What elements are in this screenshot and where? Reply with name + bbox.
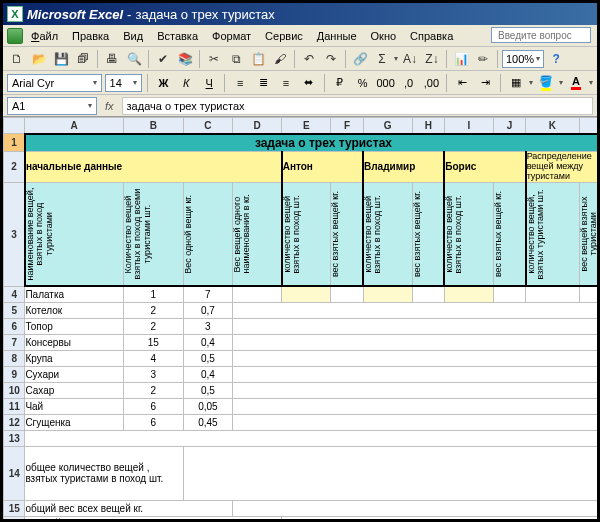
- dec-indent-icon[interactable]: ⇤: [452, 73, 472, 93]
- sheet-title[interactable]: задача о трех туристах: [25, 134, 597, 152]
- currency-icon[interactable]: ₽: [330, 73, 350, 93]
- workbook-icon[interactable]: [7, 28, 23, 44]
- col-K[interactable]: K: [526, 118, 580, 134]
- formula-value[interactable]: задача о трех туристах: [122, 97, 593, 115]
- dec-decimal-icon[interactable]: ,00: [422, 73, 442, 93]
- row-1[interactable]: 1 задача о трех туристах: [4, 134, 598, 152]
- bold-icon[interactable]: Ж: [153, 73, 173, 93]
- worksheet-grid[interactable]: A B C D E F G H I J K L 1 задача о трех …: [3, 117, 597, 519]
- font-color-icon[interactable]: A: [566, 73, 586, 93]
- spell-icon[interactable]: ✔: [153, 49, 173, 69]
- menu-insert[interactable]: Вставка: [151, 28, 204, 44]
- hdr-initial[interactable]: начальные данные: [25, 152, 282, 183]
- sort-asc-icon[interactable]: A↓: [400, 49, 420, 69]
- paste-icon[interactable]: 📋: [248, 49, 268, 69]
- col-J[interactable]: J: [494, 118, 526, 134]
- menu-tools[interactable]: Сервис: [259, 28, 309, 44]
- preview-icon[interactable]: 🔍: [124, 49, 144, 69]
- row-9[interactable]: 9 Сухари 3 0,4: [4, 366, 598, 382]
- menu-window[interactable]: Окно: [365, 28, 403, 44]
- col-H[interactable]: H: [412, 118, 444, 134]
- inc-indent-icon[interactable]: ⇥: [475, 73, 495, 93]
- col-G[interactable]: G: [363, 118, 412, 134]
- row-12[interactable]: 12 Сгущенка 6 0,45: [4, 414, 598, 430]
- row-11[interactable]: 11 Чай 6 0,05: [4, 398, 598, 414]
- row-8[interactable]: 8 Крупа 4 0,5: [4, 350, 598, 366]
- autosum-icon[interactable]: Σ: [372, 49, 392, 69]
- vh-b-qty[interactable]: количество вещей взятых в поход шт.: [445, 183, 493, 286]
- row-7[interactable]: 7 Консервы 15 0,4: [4, 334, 598, 350]
- help-icon[interactable]: ?: [546, 49, 566, 69]
- format-painter-icon[interactable]: 🖌: [270, 49, 290, 69]
- redo-icon[interactable]: ↷: [321, 49, 341, 69]
- row-2[interactable]: 2 начальные данные Антон Владимир Борис …: [4, 152, 598, 183]
- save-icon[interactable]: 💾: [51, 49, 71, 69]
- col-E[interactable]: E: [282, 118, 331, 134]
- col-B[interactable]: B: [123, 118, 183, 134]
- col-F[interactable]: F: [331, 118, 363, 134]
- hdr-dist[interactable]: Распределение вещей между туристами: [526, 152, 597, 183]
- row-10[interactable]: 10 Сахар 2 0,5: [4, 382, 598, 398]
- vh-w-name[interactable]: Вес вещей одного наименования в кг.: [233, 183, 281, 286]
- font-name-combo[interactable]: Arial Cyr▾: [7, 74, 102, 92]
- name-box[interactable]: A1▾: [7, 97, 97, 115]
- align-left-icon[interactable]: ≡: [230, 73, 250, 93]
- merge-center-icon[interactable]: ⬌: [299, 73, 319, 93]
- permission-icon[interactable]: 🗊: [73, 49, 93, 69]
- copy-icon[interactable]: ⧉: [226, 49, 246, 69]
- vh-v-qty[interactable]: количество вещей взятых в поход шт.: [364, 183, 412, 286]
- hdr-boris[interactable]: Борис: [444, 152, 525, 183]
- inc-decimal-icon[interactable]: ,0: [399, 73, 419, 93]
- chart-icon[interactable]: 📊: [451, 49, 471, 69]
- select-all[interactable]: [4, 118, 25, 134]
- hyperlink-icon[interactable]: 🔗: [350, 49, 370, 69]
- cut-icon[interactable]: ✂: [204, 49, 224, 69]
- row-14[interactable]: 14 общее количество вещей , взятых турис…: [4, 446, 598, 500]
- row-13[interactable]: 13: [4, 430, 598, 446]
- hdr-anton[interactable]: Антон: [282, 152, 363, 183]
- col-L[interactable]: L: [579, 118, 597, 134]
- menu-file[interactable]: Файл: [25, 28, 64, 44]
- underline-icon[interactable]: Ч: [199, 73, 219, 93]
- col-I[interactable]: I: [444, 118, 493, 134]
- hdr-vlad[interactable]: Владимир: [363, 152, 444, 183]
- col-A[interactable]: A: [25, 118, 123, 134]
- vh-w-one[interactable]: Вес одной вещи кг.: [184, 193, 232, 276]
- menu-format[interactable]: Формат: [206, 28, 257, 44]
- borders-icon[interactable]: ▦: [506, 73, 526, 93]
- undo-icon[interactable]: ↶: [299, 49, 319, 69]
- print-icon[interactable]: 🖶: [102, 49, 122, 69]
- row-16[interactable]: 16 каждый турист должен нести вес в свое…: [4, 516, 598, 519]
- vh-b-w[interactable]: вес взятых вещей кг.: [494, 189, 525, 279]
- menu-help[interactable]: Справка: [404, 28, 459, 44]
- fx-icon[interactable]: fx: [101, 100, 118, 112]
- col-C[interactable]: C: [183, 118, 232, 134]
- sort-desc-icon[interactable]: Z↓: [422, 49, 442, 69]
- percent-icon[interactable]: %: [353, 73, 373, 93]
- menu-data[interactable]: Данные: [311, 28, 363, 44]
- font-size-combo[interactable]: 14▾: [105, 74, 143, 92]
- col-D[interactable]: D: [232, 118, 281, 134]
- row-3[interactable]: 3 наименование вещей, взятых в поход тур…: [4, 182, 598, 286]
- drawing-icon[interactable]: ✏: [473, 49, 493, 69]
- comma-icon[interactable]: 000: [376, 73, 396, 93]
- vh-qty-all[interactable]: Количество вещей взятых в поход всеми ту…: [124, 183, 183, 286]
- row-4[interactable]: 4 Палатка 1 7: [4, 286, 598, 302]
- research-icon[interactable]: 📚: [175, 49, 195, 69]
- fill-color-icon[interactable]: 🪣: [536, 73, 556, 93]
- menu-edit[interactable]: Правка: [66, 28, 115, 44]
- align-center-icon[interactable]: ≣: [253, 73, 273, 93]
- vh-a-w[interactable]: вес взятых вещей кг.: [331, 189, 362, 279]
- menu-view[interactable]: Вид: [117, 28, 149, 44]
- align-right-icon[interactable]: ≡: [276, 73, 296, 93]
- zoom-combo[interactable]: 100%▾: [502, 50, 544, 68]
- row-5[interactable]: 5 Котелок 2 0,7: [4, 302, 598, 318]
- row-6[interactable]: 6 Топор 2 3: [4, 318, 598, 334]
- vh-v-w[interactable]: вес взятых вещей кг.: [413, 189, 444, 279]
- ask-question-input[interactable]: [491, 27, 591, 43]
- new-icon[interactable]: 🗋: [7, 49, 27, 69]
- vh-t-qty[interactable]: количество вещей, взятых туристами шт.: [527, 183, 579, 286]
- italic-icon[interactable]: К: [176, 73, 196, 93]
- vh-t-w[interactable]: вес вещей взятых туристами: [580, 183, 597, 286]
- vh-name[interactable]: наименование вещей, взятых в поход турис…: [26, 183, 123, 286]
